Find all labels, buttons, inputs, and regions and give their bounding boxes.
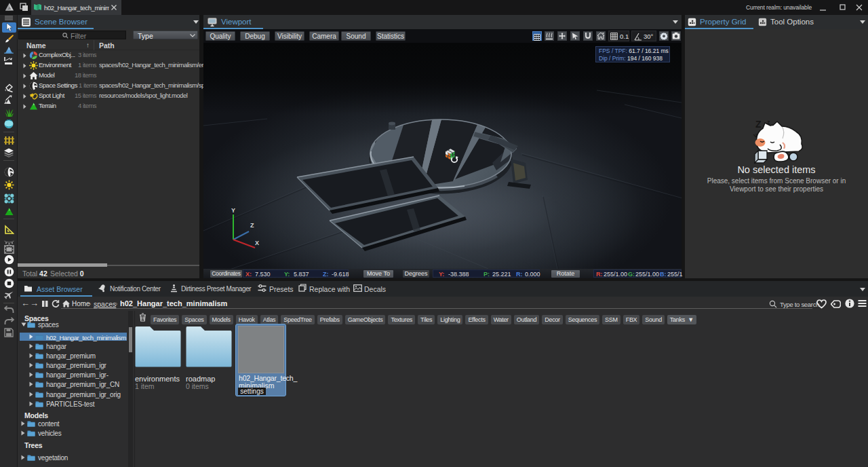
svg-text:X: X [255,240,259,246]
svg-text:Z: Z [755,119,762,130]
svg-text:Y: Y [231,207,235,214]
svg-text:Z: Z [250,222,254,229]
